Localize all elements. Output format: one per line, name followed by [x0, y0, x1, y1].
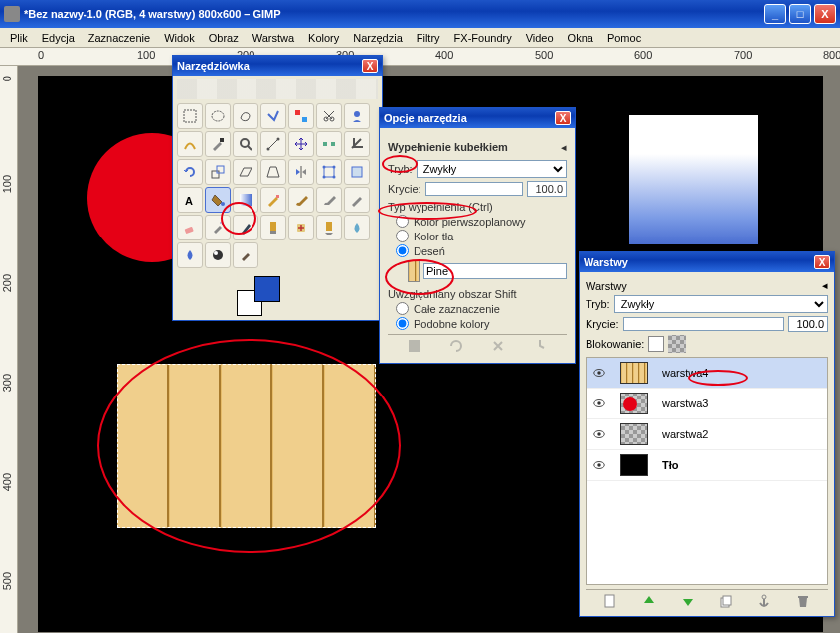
tool-dodge[interactable]	[205, 242, 231, 268]
tool-color-picker[interactable]	[205, 131, 231, 157]
tool-text[interactable]: A	[177, 187, 203, 213]
layers-close-button[interactable]: X	[814, 255, 830, 269]
tool-perspective-clone[interactable]	[316, 215, 342, 240]
annotation-ellipse-mode	[382, 155, 418, 173]
tool-blur[interactable]	[344, 215, 370, 240]
whole-selection-radio[interactable]	[396, 302, 409, 315]
layer-row[interactable]: warstwa3	[587, 389, 827, 419]
annotation-ellipse-wood	[97, 339, 401, 553]
menu-edit[interactable]: Edycja	[36, 30, 81, 46]
tool-scale[interactable]	[205, 159, 231, 185]
layer-name[interactable]: Tło	[662, 459, 679, 471]
layers-opacity-value[interactable]: 100.0	[788, 316, 828, 332]
tool-paintbrush[interactable]	[288, 187, 314, 213]
toolbox-close-button[interactable]: X	[362, 59, 378, 73]
menu-file[interactable]: Plik	[4, 30, 34, 46]
new-layer-icon[interactable]	[602, 593, 618, 609]
tool-options-close-button[interactable]: X	[555, 111, 571, 125]
toolbox-titlebar[interactable]: Narzędziówka X	[173, 56, 382, 76]
tool-perspective[interactable]	[260, 159, 286, 185]
tool-burn[interactable]	[233, 242, 258, 268]
tool-heal[interactable]	[288, 215, 314, 240]
tool-clone[interactable]	[260, 215, 286, 240]
maximize-button[interactable]: □	[789, 4, 811, 24]
menu-select[interactable]: Zaznaczenie	[83, 30, 156, 46]
tool-options-titlebar[interactable]: Opcje narzędzia X	[380, 108, 575, 128]
lock-pixels-checkbox[interactable]	[648, 336, 664, 352]
tool-fuzzy-select[interactable]	[260, 103, 286, 129]
lock-alpha-checkbox[interactable]	[668, 335, 686, 353]
layer-thumbnail	[620, 454, 648, 476]
whole-selection-label: Całe zaznaczenie	[414, 303, 500, 315]
anchor-layer-icon[interactable]	[756, 593, 772, 609]
reset-icon[interactable]	[532, 338, 548, 354]
tool-rotate[interactable]	[177, 159, 203, 185]
eye-icon[interactable]	[592, 396, 606, 410]
tool-by-color-select[interactable]	[288, 103, 314, 129]
bg-color-radio[interactable]	[396, 230, 409, 242]
eye-icon[interactable]	[592, 458, 606, 472]
layer-row[interactable]: Tło	[587, 450, 827, 481]
layer-name[interactable]: warstwa3	[662, 397, 708, 409]
menu-layer[interactable]: Warstwa	[247, 30, 300, 46]
close-button[interactable]: X	[814, 4, 836, 24]
opacity-value[interactable]: 100.0	[527, 181, 567, 197]
tool-rect-select[interactable]	[177, 103, 203, 129]
tool-shear[interactable]	[233, 159, 258, 185]
raise-layer-icon[interactable]	[641, 593, 657, 609]
tool-ellipse-select[interactable]	[205, 103, 231, 129]
menu-filters[interactable]: Filtry	[411, 30, 446, 46]
layers-titlebar[interactable]: Warstwy X	[580, 252, 834, 272]
toolbox-window[interactable]: Narzędziówka X A	[172, 55, 383, 321]
eye-icon[interactable]	[592, 366, 606, 380]
tool-options-window[interactable]: Opcje narzędzia X Wypełnienie kubełkiem …	[379, 107, 576, 364]
menu-fxfoundry[interactable]: FX-Foundry	[448, 30, 518, 46]
minimize-button[interactable]: _	[764, 4, 786, 24]
menu-image[interactable]: Obraz	[203, 30, 245, 46]
tool-airbrush-2[interactable]	[344, 187, 370, 213]
tool-zoom[interactable]	[233, 131, 258, 157]
layers-window[interactable]: Warstwy X Warstwy ◂ Tryb: Zwykły Krycie:…	[579, 251, 835, 617]
tool-pencil[interactable]	[260, 187, 286, 213]
chevron-left-icon[interactable]: ◂	[822, 279, 828, 292]
layer-row[interactable]: warstwa2	[587, 419, 827, 450]
eye-icon[interactable]	[592, 427, 606, 441]
tool-align[interactable]	[316, 131, 342, 157]
pattern-radio[interactable]	[396, 244, 409, 257]
tool-cage[interactable]	[316, 159, 342, 185]
svg-rect-30	[270, 222, 276, 231]
layers-mode-select[interactable]: Zwykły	[614, 295, 828, 313]
lower-layer-icon[interactable]	[680, 593, 696, 609]
tool-foreground-select[interactable]	[344, 103, 370, 129]
tool-paths[interactable]	[177, 131, 203, 157]
tool-crop[interactable]	[344, 131, 370, 157]
menu-view[interactable]: Widok	[158, 30, 201, 46]
chevron-left-icon[interactable]: ◂	[561, 141, 567, 154]
mode-select[interactable]: Zwykły	[417, 160, 567, 178]
layers-opacity-slider[interactable]	[623, 317, 784, 331]
layer-name[interactable]: warstwa2	[662, 428, 708, 440]
delete-layer-icon[interactable]	[795, 593, 811, 609]
tool-measure[interactable]	[260, 131, 286, 157]
restore-icon[interactable]	[448, 338, 464, 354]
save-icon[interactable]	[407, 338, 422, 354]
menu-help[interactable]: Pomoc	[601, 30, 647, 46]
fg-color-swatch[interactable]	[254, 276, 280, 302]
tool-eraser-2[interactable]	[316, 187, 342, 213]
tool-move[interactable]	[288, 131, 314, 157]
similar-colors-radio[interactable]	[396, 317, 409, 330]
menu-tools[interactable]: Narzędzia	[347, 30, 409, 46]
tool-eraser[interactable]	[177, 215, 203, 240]
tool-unified-transform[interactable]	[344, 159, 370, 185]
menu-windows[interactable]: Okna	[562, 30, 599, 46]
svg-point-35	[214, 251, 218, 255]
delete-icon[interactable]	[490, 338, 506, 354]
tool-scissors[interactable]	[316, 103, 342, 129]
tool-free-select[interactable]	[233, 103, 258, 129]
tool-flip[interactable]	[288, 159, 314, 185]
tool-smudge[interactable]	[177, 242, 203, 268]
menu-video[interactable]: Video	[520, 30, 560, 46]
opacity-slider[interactable]	[425, 182, 523, 196]
duplicate-layer-icon[interactable]	[718, 593, 734, 609]
menu-colors[interactable]: Kolory	[302, 30, 345, 46]
